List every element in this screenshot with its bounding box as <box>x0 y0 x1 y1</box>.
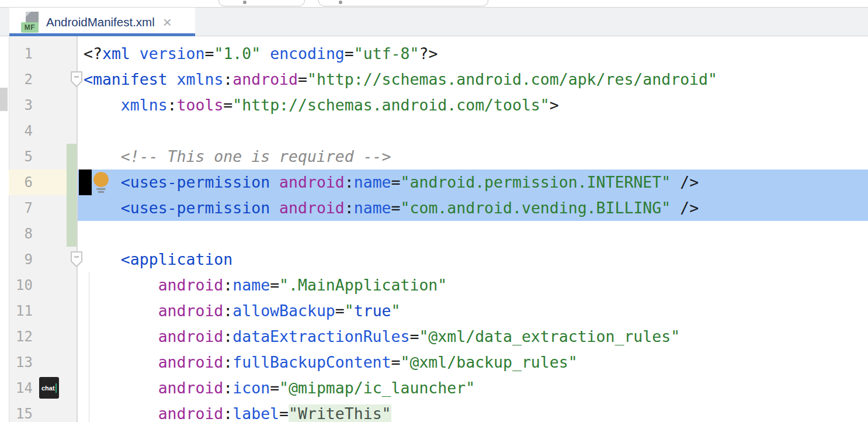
line-number: 8 <box>9 221 77 247</box>
token-ns: android <box>279 173 345 191</box>
code-line-6[interactable]: <uses-permission android:name="android.p… <box>78 170 868 195</box>
token-punct: /> <box>680 173 699 191</box>
token-attr: name <box>354 199 391 217</box>
token-attr: name <box>354 173 391 191</box>
ide-window: MF AndroidManifest.xml × 123456789101112… <box>0 0 868 422</box>
left-scrollbar-thumb[interactable] <box>0 88 8 111</box>
token-punct: = <box>391 199 401 217</box>
toolbar-control-icon <box>243 1 246 4</box>
token-ns: android <box>279 199 345 217</box>
token-plain <box>84 327 158 345</box>
manifest-file-icon-badge: MF <box>21 22 39 33</box>
token-plain <box>270 199 279 217</box>
line-number: 11 <box>9 298 77 324</box>
token-plain <box>84 353 158 371</box>
token-plain <box>84 147 121 165</box>
token-attr: dataExtractionRules <box>232 327 409 345</box>
token-plain <box>84 379 158 397</box>
token-punct: : <box>223 379 232 397</box>
tab-title: AndroidManifest.xml <box>46 15 155 29</box>
code-line-3[interactable]: xmlns:tools="http://schemas.android.com/… <box>78 92 868 118</box>
token-punct: <? <box>84 44 102 63</box>
token-attr: version <box>140 44 205 63</box>
line-number: 3 <box>9 92 77 118</box>
token-string: "@xml/backup_rules" <box>401 353 578 371</box>
token-string: "android.permission.INTERNET" <box>401 173 671 191</box>
token-string: "utf-8" <box>354 44 419 63</box>
token-plain <box>270 173 279 191</box>
code-line-9[interactable]: <application <box>78 247 868 272</box>
toolbar-partial <box>0 0 868 7</box>
code-area[interactable]: <?xml version="1.0" encoding="utf-8"?><m… <box>78 41 868 422</box>
code-line-12[interactable]: android:dataExtractionRules="@xml/data_e… <box>78 324 868 350</box>
code-line-1[interactable]: <?xml version="1.0" encoding="utf-8"?> <box>78 41 868 67</box>
token-ns: android <box>158 302 224 320</box>
token-punct: = <box>409 327 419 345</box>
tab-androidmanifest[interactable]: MF AndroidManifest.xml × <box>9 8 195 36</box>
code-line-14[interactable]: android:icon="@mipmap/ic_launcher" <box>78 375 868 401</box>
left-strip <box>0 36 9 422</box>
chat-badge[interactable]: chat <box>39 377 59 399</box>
code-line-10[interactable]: android:name=".MainApplication" <box>78 272 868 298</box>
token-punct: : <box>223 302 232 320</box>
toolbar-control-right[interactable] <box>318 0 488 6</box>
token-ns: android <box>158 379 224 397</box>
line-number: 12 <box>9 324 77 350</box>
token-punct: : <box>223 70 232 88</box>
token-attr: allowBackup <box>232 302 335 320</box>
token-comment: <!-- This one is required --> <box>121 147 391 165</box>
token-ns: android <box>232 70 298 88</box>
line-number: 5 <box>9 144 77 170</box>
fold-collapse-icon[interactable] <box>70 71 84 88</box>
gutter-numbers: 123456789101112131415 <box>9 41 77 422</box>
code-line-15[interactable]: android:label="WriteThis" <box>78 401 868 422</box>
editor-pane[interactable]: 123456789101112131415 <?xml version="1.0… <box>0 36 868 422</box>
code-line-4[interactable] <box>78 118 868 144</box>
token-attr: label <box>232 404 279 422</box>
token-plain <box>671 173 680 191</box>
line-number: 6 <box>9 170 77 195</box>
code-line-5[interactable]: <!-- This one is required --> <box>78 144 868 170</box>
token-plain <box>84 404 158 422</box>
line-number: 2 <box>9 67 77 92</box>
token-keyword: true <box>354 302 391 320</box>
token-punct: = <box>279 404 289 422</box>
token-plain <box>671 199 680 217</box>
token-punct: = <box>223 96 232 114</box>
line-number: 13 <box>9 350 77 375</box>
token-punct: > <box>550 96 559 114</box>
code-line-2[interactable]: <manifest xmlns:android="http://schemas.… <box>78 67 868 92</box>
token-punct: = <box>391 353 401 371</box>
token-plain <box>84 199 121 217</box>
token-string: "@mipmap/ic_launcher" <box>279 379 475 397</box>
active-tab-underline <box>9 33 195 36</box>
token-punct: : <box>223 327 232 345</box>
tab-close-icon[interactable]: × <box>163 15 172 30</box>
token-attr: fullBackupContent <box>232 353 391 371</box>
token-string: "1.0" <box>214 44 261 63</box>
code-line-13[interactable]: android:fullBackupContent="@xml/backup_r… <box>78 350 868 375</box>
lightbulb-icon[interactable] <box>92 171 110 193</box>
toolbar-control-left[interactable] <box>218 0 305 6</box>
fold-collapse-icon[interactable] <box>70 251 84 268</box>
code-line-8[interactable] <box>78 221 868 247</box>
token-attr: xmlns <box>121 96 168 114</box>
token-punct: = <box>345 44 354 63</box>
token-tag: <manifest <box>84 70 168 88</box>
token-punct: = <box>335 302 345 320</box>
token-string: " <box>391 302 401 320</box>
line-number: 7 <box>9 195 77 221</box>
token-plain <box>84 250 121 268</box>
token-plain <box>84 96 121 114</box>
token-ns: android <box>158 327 224 345</box>
manifest-file-icon: MF <box>21 11 39 33</box>
code-line-7[interactable]: <uses-permission android:name="com.andro… <box>78 195 868 221</box>
token-punct: : <box>223 404 232 422</box>
token-tag: <application <box>121 250 232 268</box>
token-plain <box>130 44 140 63</box>
token-ns: android <box>158 276 224 294</box>
token-plain <box>84 302 158 320</box>
code-line-11[interactable]: android:allowBackup="true" <box>78 298 868 324</box>
token-punct: : <box>223 353 232 371</box>
line-number: 15 <box>9 401 77 422</box>
